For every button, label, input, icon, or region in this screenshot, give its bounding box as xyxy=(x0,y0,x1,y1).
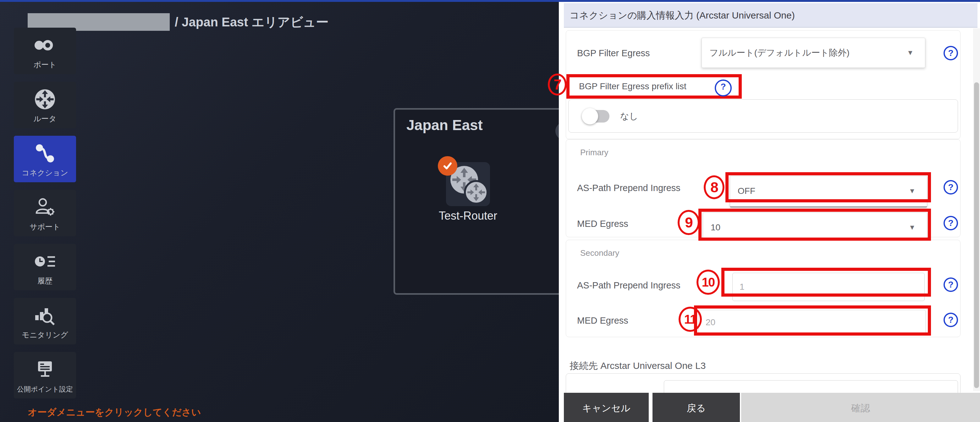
page-title: / Japan East エリアビュー xyxy=(175,13,328,31)
primary-as-path-label: AS-Path Prepend Ingress xyxy=(577,182,681,193)
cancel-button[interactable]: キャンセル xyxy=(564,393,649,422)
annotation-box-secondary-med xyxy=(694,305,931,336)
annotation-circle-8: 8 xyxy=(704,175,724,199)
annotation-box-secondary-as-path xyxy=(721,268,931,297)
primary-med-label: MED Egress xyxy=(577,218,628,229)
order-menu-hint: オーダメニューをクリックしてください xyxy=(28,406,201,419)
public-point-icon xyxy=(14,358,76,381)
sidebar-item-history[interactable]: 履歴 xyxy=(14,244,76,290)
help-icon-prefix-list[interactable]: ? xyxy=(715,79,732,97)
router-node-label: Test-Router xyxy=(421,209,515,222)
secondary-as-path-label: AS-Path Prepend Ingress xyxy=(577,280,681,291)
annotation-box-primary-med xyxy=(698,209,931,241)
bgp-filter-egress-select[interactable]: フルルート(デフォルトルート除外) ▼ xyxy=(702,38,925,68)
help-icon-secondary-med[interactable]: ? xyxy=(943,313,958,327)
sidebar-item-port[interactable]: ポート xyxy=(14,28,76,74)
sidebar-item-router[interactable]: ルータ xyxy=(14,82,76,128)
router-icon xyxy=(14,87,76,111)
panel-footer: キャンセル 戻る 確認 xyxy=(559,393,980,422)
annotation-circle-9: 9 xyxy=(678,210,700,235)
help-icon-bgp-filter[interactable]: ? xyxy=(943,46,958,60)
help-icon-primary-as-path[interactable]: ? xyxy=(943,180,958,195)
prefix-list-toggle-box: なし xyxy=(568,99,958,133)
sidebar-item-support[interactable]: サポート xyxy=(14,190,76,236)
help-icon-primary-med[interactable]: ? xyxy=(943,216,958,230)
panel-header: コネクションの購入情報入力 (Arcstar Universal One) xyxy=(564,3,977,28)
annotation-circle-10: 10 xyxy=(697,270,720,295)
prefix-list-label: BGP Filter Egress prefix list xyxy=(579,77,686,95)
area-title: Japan East xyxy=(406,117,483,133)
destination-label: 接続先 Arcstar Universal One L3 xyxy=(570,360,706,372)
secondary-caption: Secondary xyxy=(580,248,619,258)
back-button[interactable]: 戻る xyxy=(652,393,740,422)
annotation-box-prefix-list: BGP Filter Egress prefix list ? xyxy=(566,74,742,99)
support-icon xyxy=(14,195,76,219)
screen: / Japan East エリアビュー ポート ル xyxy=(0,0,980,422)
sidebar-item-public-point[interactable]: 公開ポイント設定 xyxy=(14,352,76,398)
port-icon xyxy=(14,33,76,57)
panel-title: コネクションの購入情報入力 (Arcstar Universal One) xyxy=(570,3,795,28)
panel-scrollbar-thumb[interactable] xyxy=(974,82,979,388)
purchase-info-panel: コネクションの購入情報入力 (Arcstar Universal One) BG… xyxy=(559,2,980,422)
confirm-button[interactable]: 確認 xyxy=(741,393,980,422)
secondary-med-label: MED Egress xyxy=(577,315,628,326)
annotation-box-primary-as-path xyxy=(725,172,931,202)
sidebar-item-connection[interactable]: コネクション xyxy=(14,136,76,182)
toggle-label: なし xyxy=(620,100,638,133)
primary-caption: Primary xyxy=(580,148,608,157)
topology-canvas[interactable]: / Japan East エリアビュー ポート ル xyxy=(0,2,559,422)
annotation-circle-11: 11 xyxy=(679,307,702,332)
monitoring-icon xyxy=(14,303,76,327)
history-icon xyxy=(14,249,76,273)
sidebar-item-monitoring[interactable]: モニタリング xyxy=(14,298,76,344)
chevron-down-icon: ▼ xyxy=(907,38,914,67)
check-badge-icon xyxy=(438,156,457,176)
help-icon-secondary-as-path[interactable]: ? xyxy=(943,278,958,292)
connection-icon xyxy=(14,141,76,165)
annotation-circle-7: 7 xyxy=(548,73,567,95)
bgp-filter-egress-label: BGP Filter Egress xyxy=(577,48,650,59)
toggle-knob[interactable] xyxy=(582,108,598,124)
